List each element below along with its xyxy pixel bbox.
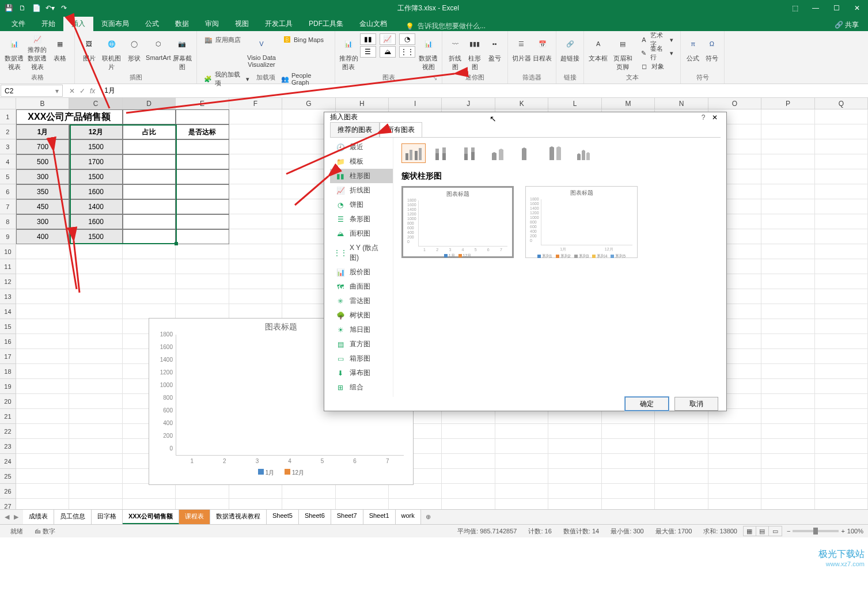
cell[interactable]: [761, 439, 814, 454]
row-header[interactable]: 11: [0, 259, 16, 274]
cell[interactable]: [123, 109, 176, 124]
cell[interactable]: [229, 229, 282, 244]
cell[interactable]: [708, 424, 761, 439]
cell[interactable]: [655, 454, 708, 469]
row-header[interactable]: 15: [0, 319, 16, 334]
row-header[interactable]: 17: [0, 349, 16, 364]
cell[interactable]: [815, 274, 868, 289]
cell[interactable]: [16, 349, 69, 364]
cell[interactable]: [69, 484, 122, 499]
cell[interactable]: [602, 469, 655, 484]
cell[interactable]: [761, 109, 814, 124]
cell[interactable]: [16, 259, 69, 274]
cell[interactable]: [815, 139, 868, 154]
cell[interactable]: [229, 304, 282, 319]
zoom-out-icon[interactable]: −: [787, 528, 790, 535]
cell[interactable]: [176, 139, 229, 154]
cell[interactable]: [815, 334, 868, 349]
cell[interactable]: [655, 424, 708, 439]
row-header[interactable]: 5: [0, 169, 16, 184]
row-header[interactable]: 16: [0, 334, 16, 349]
zoom-value[interactable]: 100%: [847, 528, 863, 535]
cell[interactable]: [176, 274, 229, 289]
header-footer-button[interactable]: ▤页眉和页脚: [611, 33, 635, 71]
cell[interactable]: [761, 364, 814, 379]
row-header[interactable]: 23: [0, 439, 16, 454]
chart-type-item[interactable]: ▮▮柱形图: [330, 169, 393, 183]
cell[interactable]: 是否达标: [176, 124, 229, 139]
tab-home[interactable]: 开始: [33, 17, 63, 31]
new-sheet-button[interactable]: ⊕: [421, 513, 435, 521]
cell[interactable]: [123, 229, 176, 244]
cell[interactable]: [548, 499, 601, 509]
close-button[interactable]: ✕: [848, 2, 866, 14]
cell[interactable]: [16, 499, 69, 509]
subtype-3d-clustered[interactable]: [488, 143, 512, 163]
tab-pdf[interactable]: PDF工具集: [301, 17, 351, 31]
row-header[interactable]: 7: [0, 199, 16, 214]
cell[interactable]: [123, 484, 176, 499]
picture-button[interactable]: 🖼图片: [78, 33, 100, 71]
save-button[interactable]: 💾: [2, 2, 15, 14]
cell[interactable]: [815, 304, 868, 319]
cell[interactable]: [123, 154, 176, 169]
cell[interactable]: [495, 469, 548, 484]
cell[interactable]: [815, 259, 868, 274]
cell[interactable]: [229, 244, 282, 259]
ok-button[interactable]: 确定: [625, 397, 669, 411]
cell[interactable]: 1600: [69, 214, 122, 229]
cell[interactable]: [761, 484, 814, 499]
dialog-tab-recommended[interactable]: 推荐的图表: [330, 122, 380, 137]
view-page-break-icon[interactable]: ▭: [769, 526, 782, 536]
cell[interactable]: 500: [16, 154, 69, 169]
cell[interactable]: 占比: [123, 124, 176, 139]
cell[interactable]: [761, 139, 814, 154]
cell[interactable]: [815, 349, 868, 364]
line-chart-icon[interactable]: 📈: [380, 33, 396, 45]
tell-me[interactable]: 💡告诉我您想要做什么...: [405, 21, 486, 31]
cell[interactable]: 1700: [69, 154, 122, 169]
cell[interactable]: [16, 454, 69, 469]
hyperlink-button[interactable]: 🔗超链接: [560, 33, 580, 71]
row-header[interactable]: 27: [0, 499, 16, 509]
qat-btn-2[interactable]: 🗋: [16, 2, 29, 14]
row-header[interactable]: 10: [0, 244, 16, 259]
share-button[interactable]: 🔗 共享: [829, 19, 865, 31]
dialog-title-bar[interactable]: 插入图表 ? ✕: [324, 112, 726, 122]
charts-launcher-icon[interactable]: ↘: [431, 75, 438, 82]
cell[interactable]: [229, 169, 282, 184]
cell[interactable]: [176, 184, 229, 199]
cell[interactable]: XXX公司产品销售额: [16, 109, 123, 124]
cell[interactable]: [69, 499, 122, 509]
cell[interactable]: [69, 379, 122, 394]
cell[interactable]: [708, 499, 761, 509]
cell[interactable]: [761, 169, 814, 184]
cell[interactable]: [442, 469, 495, 484]
sheet-tab[interactable]: Sheet7: [331, 510, 363, 524]
chart-type-item[interactable]: ✳雷达图: [330, 294, 393, 308]
sheet-tab[interactable]: XXX公司销售额: [123, 510, 179, 524]
row-header[interactable]: 18: [0, 364, 16, 379]
tab-formulas[interactable]: 公式: [137, 17, 167, 31]
cell[interactable]: [815, 394, 868, 409]
cell[interactable]: [761, 454, 814, 469]
cell[interactable]: [16, 319, 69, 334]
cancel-icon[interactable]: ✕: [69, 87, 75, 95]
tab-data[interactable]: 数据: [167, 17, 197, 31]
cell[interactable]: [69, 439, 122, 454]
cell[interactable]: [16, 334, 69, 349]
cell[interactable]: 1400: [69, 199, 122, 214]
chart-type-item[interactable]: ⬇瀑布图: [330, 366, 393, 380]
cell[interactable]: [815, 409, 868, 424]
cell[interactable]: [69, 244, 122, 259]
row-header[interactable]: 2: [0, 124, 16, 139]
row-header[interactable]: 24: [0, 454, 16, 469]
screenshot-button[interactable]: 📷屏幕截图: [172, 33, 193, 71]
cell[interactable]: [123, 274, 176, 289]
cell[interactable]: [815, 244, 868, 259]
cell[interactable]: [123, 304, 176, 319]
sheet-tab[interactable]: work: [396, 510, 421, 524]
chart-type-item[interactable]: ▤直方图: [330, 337, 393, 351]
cell[interactable]: 1500: [69, 169, 122, 184]
tab-review[interactable]: 审阅: [197, 17, 227, 31]
